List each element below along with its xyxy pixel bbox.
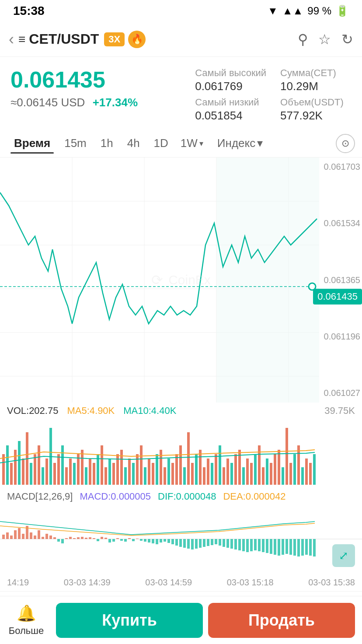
- svg-rect-165: [285, 539, 288, 554]
- svg-rect-35: [93, 463, 95, 485]
- svg-rect-54: [167, 458, 170, 485]
- svg-rect-64: [207, 458, 209, 485]
- svg-rect-167: [293, 539, 296, 556]
- tab-время[interactable]: Время: [7, 133, 57, 154]
- time-label-2: 03-03 14:39: [64, 578, 111, 588]
- svg-rect-108: [61, 539, 64, 543]
- low-stat: Самый низкий 0.051854: [195, 97, 266, 122]
- svg-rect-144: [203, 539, 205, 547]
- refresh-button[interactable]: ↻: [341, 31, 353, 48]
- svg-rect-145: [207, 539, 209, 546]
- status-bar: 15:38 ▼ ▲▲ 99 % 🔋: [0, 0, 362, 22]
- buy-button[interactable]: Купить: [56, 603, 203, 638]
- more-button[interactable]: 🔔 Больше: [0, 600, 52, 641]
- svg-rect-62: [199, 450, 202, 485]
- svg-rect-128: [140, 539, 143, 541]
- svg-rect-170: [305, 539, 308, 555]
- y-label-4: 0.061196: [324, 332, 360, 342]
- tab-index-dropdown[interactable]: Индекс▾: [212, 133, 268, 154]
- svg-rect-38: [104, 467, 107, 485]
- time-label-3: 03-03 14:59: [145, 578, 192, 588]
- svg-rect-121: [112, 539, 115, 542]
- price-chart-svg: [0, 158, 362, 402]
- svg-rect-25: [53, 463, 56, 485]
- svg-rect-48: [144, 467, 146, 485]
- wifi-icon: ▼: [268, 5, 278, 17]
- svg-rect-166: [289, 539, 292, 555]
- y-label-5: 0.061027: [324, 388, 360, 398]
- chart-settings-button[interactable]: ⊙: [336, 134, 355, 153]
- svg-rect-147: [215, 539, 217, 544]
- approx-price: ≈0.06145 USD: [10, 96, 88, 109]
- svg-rect-120: [108, 539, 111, 542]
- svg-rect-107: [57, 539, 60, 542]
- main-chart[interactable]: 0.061703 0.061534 0.061365 0.061196 0.06…: [0, 158, 362, 402]
- svg-rect-86: [293, 454, 296, 485]
- svg-rect-23: [45, 458, 48, 485]
- svg-rect-172: [313, 539, 316, 556]
- tab-15m[interactable]: 15m: [57, 133, 94, 154]
- svg-rect-138: [179, 539, 182, 547]
- svg-rect-169: [301, 539, 304, 556]
- signal-icon: ▲▲: [282, 5, 303, 17]
- svg-rect-20: [34, 454, 36, 485]
- expand-button[interactable]: ⤢: [332, 544, 355, 567]
- svg-rect-26: [57, 454, 60, 485]
- svg-rect-68: [223, 467, 225, 485]
- sell-button[interactable]: Продать: [208, 603, 355, 638]
- svg-rect-67: [219, 445, 221, 485]
- star-button[interactable]: ☆: [318, 31, 331, 48]
- battery-label: 99 %: [307, 5, 331, 17]
- volume-chart[interactable]: [0, 419, 362, 489]
- svg-rect-49: [148, 458, 150, 485]
- svg-rect-134: [164, 539, 166, 542]
- svg-rect-162: [274, 539, 276, 555]
- tab-1w-dropdown[interactable]: 1W▾: [175, 133, 209, 154]
- svg-rect-109: [65, 538, 68, 539]
- macd-chart[interactable]: ⤢: [0, 504, 362, 574]
- svg-rect-69: [226, 458, 229, 485]
- svg-rect-97: [18, 528, 21, 539]
- svg-rect-148: [219, 539, 221, 546]
- svg-rect-163: [278, 539, 280, 556]
- tab-1h[interactable]: 1h: [94, 133, 120, 154]
- svg-rect-56: [175, 454, 178, 485]
- status-time: 15:38: [13, 4, 45, 18]
- nav-bar: ‹ ≡ CET/USDT 3X 🔥 ⚲ ☆ ↻: [0, 22, 362, 57]
- svg-rect-12: [2, 454, 5, 485]
- svg-rect-95: [10, 536, 13, 539]
- bell-icon: 🔔: [17, 604, 36, 623]
- ma10-label: MA10:4.40K: [123, 405, 176, 416]
- dea-value: DEA:0.000042: [223, 491, 285, 502]
- svg-rect-116: [93, 538, 95, 539]
- svg-rect-101: [34, 536, 36, 539]
- svg-rect-27: [61, 445, 64, 485]
- svg-rect-21: [38, 445, 40, 485]
- svg-rect-42: [120, 450, 123, 485]
- svg-rect-63: [203, 467, 205, 485]
- svg-rect-55: [171, 463, 174, 485]
- svg-rect-118: [101, 537, 103, 539]
- price-left: 0.061435 ≈0.06145 USD +17.34%: [10, 67, 195, 109]
- high-stat: Самый высокий 0.061769: [195, 67, 266, 93]
- back-button[interactable]: ‹: [9, 30, 14, 49]
- tab-4h[interactable]: 4h: [120, 133, 147, 154]
- svg-rect-123: [120, 539, 123, 541]
- svg-rect-140: [187, 539, 190, 549]
- svg-rect-31: [77, 454, 80, 485]
- svg-rect-154: [242, 539, 245, 551]
- vol-right-label: 39.75K: [324, 405, 355, 416]
- svg-rect-93: [2, 535, 5, 539]
- time-label-1: 14:19: [7, 578, 29, 588]
- tab-1d[interactable]: 1D: [147, 133, 175, 154]
- svg-rect-130: [148, 539, 150, 542]
- main-price: 0.061435: [10, 67, 195, 92]
- svg-rect-126: [132, 539, 135, 541]
- svg-rect-34: [89, 458, 91, 485]
- svg-rect-152: [234, 539, 237, 550]
- svg-rect-160: [266, 539, 268, 553]
- link-button[interactable]: ⚲: [298, 31, 308, 48]
- svg-rect-156: [250, 539, 253, 551]
- svg-rect-103: [42, 537, 44, 539]
- vol-stat: Объем(USDT) 577.92K: [280, 97, 352, 122]
